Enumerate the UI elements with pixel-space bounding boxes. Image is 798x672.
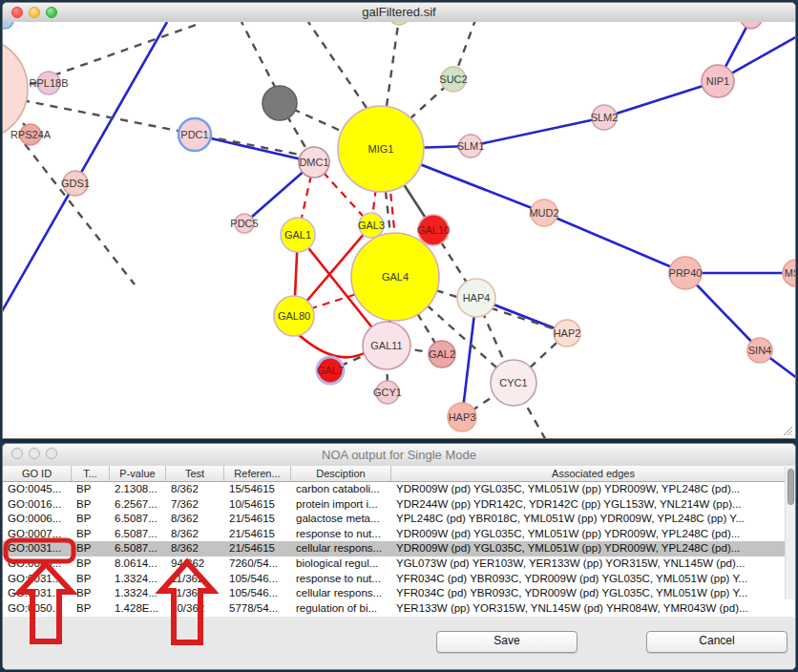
node-label-HAP4: HAP4 (463, 292, 491, 304)
node-label-HAP2: HAP2 (554, 327, 581, 339)
table-row[interactable]: GO:0045...BP2.1308...8/36215/54615carbon… (3, 482, 795, 497)
noa-window-titlebar[interactable]: NOA output for Single Mode (3, 444, 795, 467)
cell-go-id: GO:0045... (3, 482, 72, 497)
cell-go-id: GO:0016... (3, 497, 72, 513)
cell-description: biological regul... (291, 556, 391, 572)
node-label-SLM2: SLM2 (591, 112, 619, 123)
cell-p-value: 1.3324... (110, 586, 166, 601)
node-top-right-node[interactable] (741, 22, 762, 29)
cell-reference: 10/54615 (224, 497, 291, 513)
network-edge-pd (22, 100, 300, 155)
table-row[interactable]: GO:0031...BP6.5087...8/36221/54615cellul… (3, 541, 795, 556)
cell-description: cellular respons... (291, 586, 391, 601)
column-header-test[interactable]: Test (166, 466, 224, 481)
node-label-MSN: MSN (785, 267, 795, 279)
node-label-GAL10: GAL10 (417, 224, 450, 236)
column-header-desciption[interactable]: Desciption (291, 466, 391, 481)
table-body: GO:0045...BP2.1308...8/36215/54615carbon… (3, 482, 795, 616)
cell-edges: YDR009W (pd) YGL035C, YML051W (pp) YDR00… (391, 482, 795, 497)
results-table: GO IDT...P-valueTestReferen...Desciption… (3, 466, 795, 617)
node-label-GAL11: GAL11 (370, 340, 402, 351)
cell-edges: YDR244W (pp) YDR142C, YDR142C (pp) YGL15… (391, 497, 795, 513)
node-corner-node[interactable] (3, 22, 13, 29)
cell-description: galactose meta... (291, 512, 391, 527)
network-canvas[interactable]: RPL18BRPS24AGDS1PDC1PDC5DMC1MIG1SUC2SLM1… (3, 22, 795, 438)
cell-type: BP (72, 482, 110, 497)
noa-window-title: NOA output for Single Mode (3, 448, 795, 462)
node-label-CYC1: CYC1 (499, 377, 527, 388)
network-edge-pp (471, 117, 604, 146)
table-row[interactable]: GO:0065...BP8.0614...94/3627260/54...bio… (3, 556, 795, 572)
column-header-go-id[interactable]: GO ID (3, 466, 72, 481)
cell-description: response to nut... (291, 572, 391, 587)
cell-p-value: 6.5087... (110, 527, 166, 542)
node-label-GAL2: GAL2 (429, 348, 455, 360)
cell-type: BP (72, 556, 110, 572)
cell-test: 8/362 (166, 541, 224, 556)
cell-description: regulation of bi... (291, 601, 391, 617)
cell-type: BP (72, 601, 110, 617)
node-label-RPL18B: RPL18B (30, 77, 69, 89)
cell-reference: 7260/54... (224, 556, 291, 572)
cell-p-value: 1.3324... (110, 572, 166, 587)
table-header-row: GO IDT...P-valueTestReferen...Desciption… (3, 466, 795, 482)
cell-test: 11/362 (166, 572, 224, 587)
cell-reference: 21/54615 (224, 527, 291, 542)
cell-type: BP (72, 527, 110, 542)
cell-test: 8/362 (166, 482, 224, 497)
cell-p-value: 1.428E... (110, 601, 166, 617)
cell-go-id: GO:0007... (3, 527, 72, 542)
cell-description: carbon cataboli... (291, 482, 391, 497)
table-row[interactable]: GO:0007...BP6.5087...8/36221/54615respon… (3, 527, 795, 542)
cell-reference: 15/54615 (224, 482, 291, 497)
cell-description: protein import i... (291, 497, 391, 513)
cell-go-id: GO:0006... (3, 512, 72, 527)
node-label-SUC2: SUC2 (439, 74, 467, 85)
resize-grip-icon[interactable] (782, 425, 793, 436)
cell-test: 11/362 (166, 586, 224, 601)
cell-test: 8/362 (166, 527, 224, 542)
table-row[interactable]: GO:0016...BP6.2567...7/36210/54615protei… (3, 497, 795, 513)
cell-reference: 21/54615 (224, 512, 291, 527)
column-header-p-value[interactable]: P-value (110, 466, 166, 481)
save-button[interactable]: Save (436, 631, 578, 653)
cell-go-id: GO:0050... (3, 601, 72, 617)
column-header-associated-edges[interactable]: Associated edges (391, 466, 795, 481)
network-graph[interactable]: RPL18BRPS24AGDS1PDC1PDC5DMC1MIG1SUC2SLM1… (3, 22, 795, 438)
cell-p-value: 6.5087... (110, 541, 166, 556)
cell-edges: YGL073W (pd) YER103W, YER133W (pp) YOR31… (391, 556, 795, 572)
cell-type: BP (72, 541, 110, 556)
scrollbar-track[interactable] (785, 467, 795, 599)
network-edge-rs (297, 333, 368, 357)
node-label-GDS1: GDS1 (61, 178, 90, 189)
cell-edges: YER133W (pp) YOR315W, YNL145W (pd) YHR08… (391, 601, 795, 617)
node-gray-node[interactable] (262, 86, 297, 120)
cell-reference: 105/546... (224, 586, 291, 601)
dialog-footer: Save Cancel (3, 617, 795, 669)
node-label-PRP40: PRP40 (669, 267, 703, 279)
cell-p-value: 6.2567... (110, 497, 166, 513)
node-top-green-node[interactable] (388, 22, 410, 25)
network-window-title: galFiltered.sif (3, 5, 795, 19)
cell-go-id: GO:0065... (3, 556, 72, 572)
cancel-button[interactable]: Cancel (646, 631, 788, 653)
node-label-MIG1: MIG1 (368, 143, 394, 155)
table-row[interactable]: GO:0031...BP1.3324...11/362105/546...res… (3, 572, 795, 587)
scrollbar-thumb[interactable] (788, 469, 794, 505)
cell-p-value: 2.1308... (110, 482, 166, 497)
network-edge-pd (242, 22, 276, 89)
network-window-titlebar[interactable]: galFiltered.sif (3, 3, 795, 23)
cell-reference: 105/546... (224, 572, 291, 587)
table-row[interactable]: GO:0031...BP1.3324...11/362105/546...cel… (3, 586, 795, 601)
node-label-GAL1: GAL1 (284, 229, 311, 241)
table-row[interactable]: GO:0006...BP6.5087...8/36221/54615galact… (3, 512, 795, 527)
column-header-referen[interactable]: Referen... (224, 466, 291, 481)
network-edge-pp (544, 213, 685, 273)
table-row[interactable]: GO:0050...BP1.428E...80/3625778/54...reg… (3, 601, 795, 617)
cell-p-value: 8.0614... (110, 556, 166, 572)
node-label-DMC1: DMC1 (299, 157, 328, 168)
cell-edges: YDR009W (pd) YGL035C, YML051W (pp) YDR00… (391, 541, 795, 556)
column-header-t[interactable]: T... (72, 466, 110, 481)
node-label-GAL4: GAL4 (382, 271, 409, 283)
cell-type: BP (72, 572, 110, 587)
